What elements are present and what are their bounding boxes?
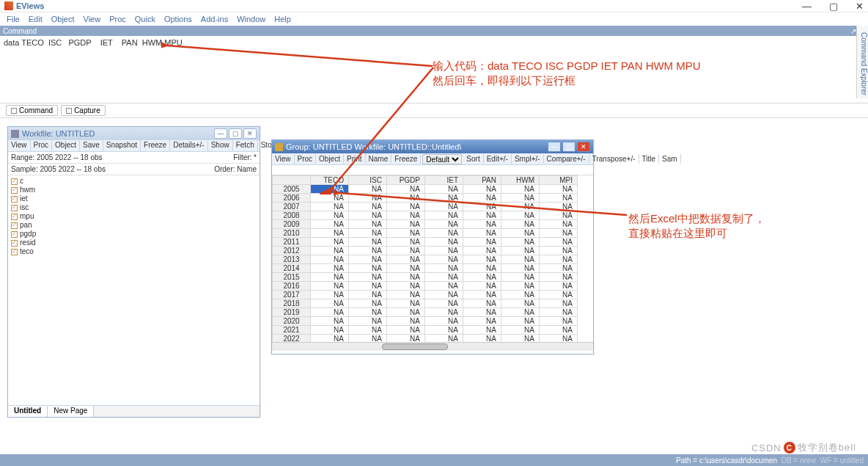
cell[interactable]: NA [387,255,425,264]
cell[interactable]: NA [501,238,540,247]
command-pin-icon[interactable]: ↗ [850,27,856,35]
cell[interactable]: NA [349,299,387,308]
cell[interactable]: NA [463,229,501,238]
cell[interactable]: NA [540,326,578,335]
cell[interactable]: NA [349,229,387,238]
cell[interactable]: NA [425,282,463,291]
row-2006[interactable]: 2006 [273,194,311,203]
cell[interactable]: NA [311,308,349,317]
cell[interactable]: NA [463,255,501,264]
cell[interactable]: NA [540,264,578,273]
row-2017[interactable]: 2017 [273,291,311,299]
cell[interactable]: NA [425,335,463,343]
row-2009[interactable]: 2009 [273,220,311,229]
cell[interactable]: NA [349,247,387,255]
menu-file[interactable]: File [3,14,23,24]
cell[interactable]: NA [349,335,387,343]
tab-capture[interactable]: Capture [61,105,106,116]
row-2011[interactable]: 2011 [273,238,311,247]
menu-object[interactable]: Object [48,14,78,24]
cell[interactable]: NA [540,255,578,264]
cell[interactable]: NA [387,264,425,273]
cell[interactable]: NA [425,299,463,308]
cell[interactable]: NA [463,291,501,299]
menu-window[interactable]: Window [233,14,269,24]
cell[interactable]: NA [425,264,463,273]
cell[interactable]: NA [311,247,349,255]
workfile-item-mpu[interactable]: ✓mpu [11,212,257,221]
row-2013[interactable]: 2013 [273,255,311,264]
workfile-item-pgdp[interactable]: ✓pgdp [11,230,257,239]
menu-options[interactable]: Options [161,14,196,24]
cell[interactable]: NA [463,326,501,335]
cell[interactable]: NA [311,326,349,335]
cell[interactable]: NA [387,299,425,308]
workfile-item-iet[interactable]: ✓iet [11,194,257,203]
wf-tab-newpage[interactable]: New Page [48,406,94,417]
cell[interactable]: NA [463,299,501,308]
workfile-item-pan[interactable]: ✓pan [11,221,257,230]
row-2005[interactable]: 2005 [273,185,311,194]
cell[interactable]: NA [425,229,463,238]
cell[interactable]: NA [387,326,425,335]
menu-addins[interactable]: Add-ins [197,14,232,24]
cell[interactable]: NA [540,308,578,317]
wf-tb-proc[interactable]: Proc [31,140,53,151]
wf-tb-object[interactable]: Object [52,140,80,151]
cell[interactable]: NA [501,264,540,273]
command-explorer-sidebar[interactable]: Command Explorer [856,26,868,98]
cell[interactable]: NA [387,247,425,255]
cell[interactable]: NA [425,291,463,299]
wf-tb-save[interactable]: Save [80,140,103,151]
wf-tb-view[interactable]: View [8,140,31,151]
workfile-object-list[interactable]: ✓c✓hwm✓iet✓isc✓mpu✓pan✓pgdp✓resid✓teco [8,175,260,258]
cell[interactable]: NA [540,317,578,326]
row-2019[interactable]: 2019 [273,308,311,317]
grp-tb-sam[interactable]: Sam [659,154,681,164]
cell[interactable]: NA [349,273,387,282]
cell[interactable]: NA [311,255,349,264]
cell[interactable]: NA [425,255,463,264]
cell[interactable]: NA [349,282,387,291]
cell[interactable]: NA [501,299,540,308]
cell[interactable]: NA [387,273,425,282]
row-2016[interactable]: 2016 [273,282,311,291]
workfile-item-isc[interactable]: ✓isc [11,203,257,212]
cell[interactable]: NA [425,247,463,255]
cell[interactable]: NA [501,335,540,343]
group-hscrollbar[interactable] [272,342,593,351]
cell[interactable]: NA [349,308,387,317]
row-2015[interactable]: 2015 [273,273,311,282]
cell[interactable]: NA [540,238,578,247]
close-button[interactable]: ✕ [856,1,864,12]
cell[interactable]: NA [311,282,349,291]
cell[interactable]: NA [540,247,578,255]
scrollbar-thumb[interactable] [382,343,448,350]
cell[interactable]: NA [311,299,349,308]
maximize-button[interactable]: ▢ [829,1,838,12]
cell[interactable]: NA [540,282,578,291]
cell[interactable]: NA [425,317,463,326]
cell[interactable]: NA [387,308,425,317]
cell[interactable]: NA [501,247,540,255]
cell[interactable]: NA [311,238,349,247]
row-2007[interactable]: 2007 [273,203,311,211]
cell[interactable]: NA [501,255,540,264]
cell[interactable]: NA [501,291,540,299]
cell[interactable]: NA [501,308,540,317]
cell[interactable]: NA [463,238,501,247]
wf-tab-untitled[interactable]: Untitled [8,406,48,417]
cell[interactable]: NA [540,299,578,308]
grp-tb-title[interactable]: Title [639,154,660,164]
cell[interactable]: NA [463,335,501,343]
menu-view[interactable]: View [80,14,105,24]
menu-quick[interactable]: Quick [131,14,159,24]
cell[interactable]: NA [387,229,425,238]
workfile-item-hwm[interactable]: ✓hwm [11,186,257,194]
menu-help[interactable]: Help [271,14,295,24]
row-2021[interactable]: 2021 [273,326,311,335]
cell[interactable]: NA [387,282,425,291]
row-2008[interactable]: 2008 [273,211,311,220]
cell[interactable]: NA [349,317,387,326]
cell[interactable]: NA [311,317,349,326]
